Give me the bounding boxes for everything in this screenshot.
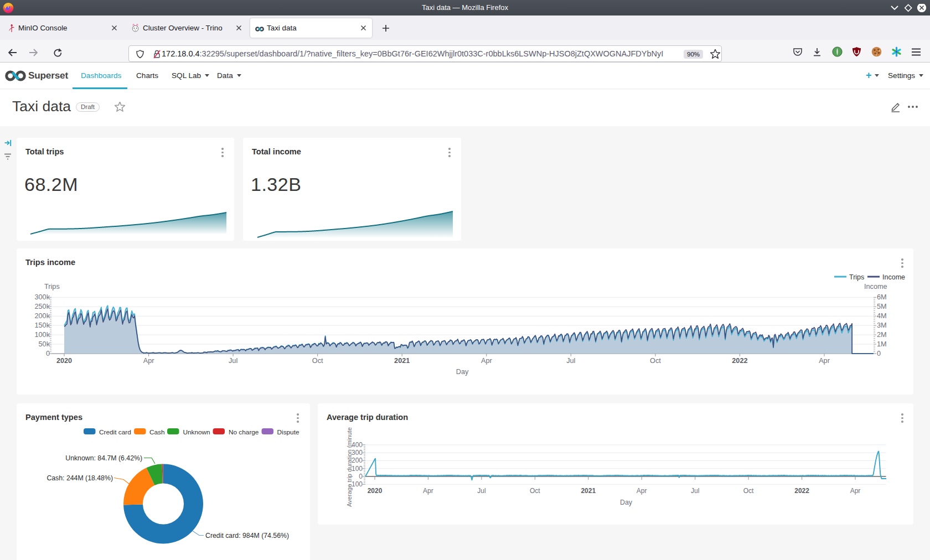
svg-text:Apr: Apr (423, 487, 433, 495)
svg-text:Trips: Trips (44, 283, 60, 291)
svg-text:100k: 100k (34, 331, 50, 339)
svg-text:Apr: Apr (481, 357, 493, 365)
svg-text:2020: 2020 (368, 487, 383, 495)
svg-text:5M: 5M (877, 303, 887, 310)
svg-text:Income: Income (864, 283, 887, 291)
svg-text:50k: 50k (39, 340, 50, 348)
svg-text:Day: Day (456, 368, 469, 376)
svg-text:Apr: Apr (143, 357, 155, 365)
svg-text:Apr: Apr (637, 487, 647, 495)
svg-text:300: 300 (352, 449, 363, 457)
svg-text:Income: Income (882, 273, 905, 281)
svg-text:150k: 150k (34, 322, 50, 329)
svg-text:Oct: Oct (650, 357, 661, 365)
svg-text:Cash: Cash (149, 428, 165, 436)
svg-text:0: 0 (877, 350, 881, 357)
svg-text:Unknown: Unknown (183, 428, 210, 436)
svg-text:No charge: No charge (229, 428, 259, 436)
svg-text:Jul: Jul (566, 357, 575, 365)
svg-text:2M: 2M (877, 331, 887, 339)
svg-text:400: 400 (352, 441, 363, 449)
svg-text:Credit card: 984M (74.56%): Credit card: 984M (74.56%) (205, 532, 289, 540)
svg-text:Unknown: 84.7M (6.42%): Unknown: 84.7M (6.42%) (65, 454, 142, 462)
svg-text:6M: 6M (877, 293, 887, 301)
svg-text:250k: 250k (34, 303, 50, 310)
svg-text:1M: 1M (877, 340, 887, 348)
svg-text:Day: Day (620, 499, 633, 506)
svg-text:Jul: Jul (691, 487, 699, 495)
svg-text:100: 100 (352, 465, 363, 473)
svg-text:2022: 2022 (794, 487, 809, 495)
svg-text:2020: 2020 (56, 357, 72, 365)
svg-text:Jul: Jul (229, 357, 237, 365)
svg-text:Apr: Apr (850, 487, 861, 495)
svg-text:Dispute: Dispute (277, 428, 299, 436)
svg-text:2021: 2021 (394, 357, 410, 365)
svg-text:200k: 200k (34, 312, 50, 320)
svg-text:200: 200 (352, 457, 363, 464)
svg-text:3M: 3M (877, 322, 887, 329)
svg-text:2021: 2021 (581, 487, 596, 495)
svg-text:Credit card: Credit card (99, 428, 131, 436)
svg-text:Apr: Apr (819, 357, 830, 365)
svg-text:4M: 4M (877, 312, 887, 320)
svg-text:Oct: Oct (530, 487, 540, 495)
svg-text:Jul: Jul (477, 487, 485, 495)
svg-text:Cash: 244M (18.48%): Cash: 244M (18.48%) (46, 474, 113, 482)
svg-text:2022: 2022 (732, 357, 747, 365)
svg-text:-100: -100 (349, 480, 363, 488)
svg-text:300k: 300k (34, 293, 50, 301)
svg-text:Trips: Trips (849, 273, 864, 281)
svg-text:0: 0 (359, 473, 363, 480)
svg-text:Oct: Oct (743, 487, 754, 495)
svg-text:Oct: Oct (312, 357, 323, 365)
